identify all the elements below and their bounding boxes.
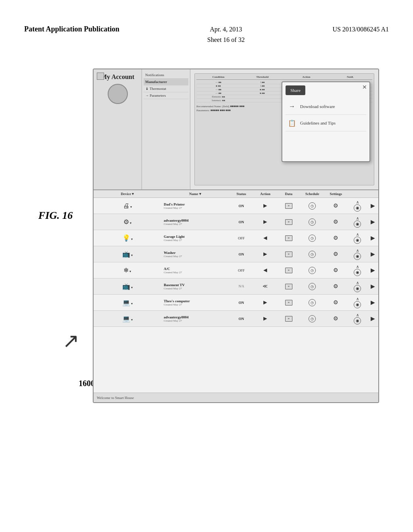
col-header-status[interactable]: Status — [229, 190, 254, 198]
chevron-up-icon[interactable]: ∧ — [356, 264, 359, 269]
right-arrow-cell[interactable]: ▶ — [367, 311, 378, 327]
nav-item-thermostat[interactable]: 🌡 Thermostat — [144, 85, 188, 92]
nav-item-notifications[interactable]: Notifications — [144, 72, 188, 79]
action-icon[interactable]: ▶ — [263, 251, 267, 257]
settings-icon[interactable]: ⚙ — [333, 315, 338, 322]
ui-toggle-button[interactable] — [97, 73, 104, 80]
device-dropdown-icon[interactable]: ▾ — [131, 286, 133, 289]
action-icon[interactable]: ◀ — [263, 235, 267, 241]
data-cell[interactable]: ≡ — [277, 230, 300, 246]
right-arrow-cell[interactable]: ▶ — [367, 214, 378, 230]
nav-item-parameters[interactable]: → Parameters — [144, 92, 188, 99]
data-icon[interactable]: ≡ — [285, 300, 292, 305]
action-cell[interactable]: ▶ — [254, 246, 277, 262]
settings-icon[interactable]: ⚙ — [333, 251, 338, 258]
circle-icon[interactable]: ◉ — [354, 253, 361, 260]
settings-cell[interactable]: ⚙ — [324, 278, 348, 295]
schedule-cell[interactable]: ◷ — [300, 295, 324, 311]
chevron-up-icon[interactable]: ∧ — [356, 281, 359, 285]
settings-icon[interactable]: ⚙ — [333, 235, 338, 241]
circle-icon[interactable]: ◉ — [354, 301, 361, 308]
settings-cell[interactable]: ⚙ — [324, 230, 348, 246]
right-arrow-cell[interactable]: ▶ — [367, 262, 378, 278]
device-dropdown-icon[interactable]: ▾ — [129, 270, 131, 273]
chevron-up-icon[interactable]: ∧ — [356, 248, 359, 253]
circle-icon[interactable]: ◉ — [354, 269, 361, 276]
share-button[interactable]: Share — [286, 85, 305, 95]
col-header-schedule[interactable]: Schedule — [300, 190, 324, 198]
guidelines-item[interactable]: 📋 Guidelines and Tips — [286, 115, 366, 131]
data-icon[interactable]: ≡ — [285, 203, 292, 209]
data-icon[interactable]: ≡ — [285, 235, 292, 241]
chevron-cell[interactable]: ∧ ◉ — [348, 295, 367, 311]
col-header-data[interactable]: Data — [277, 190, 300, 198]
schedule-icon[interactable]: ◷ — [309, 283, 316, 290]
chevron-cell[interactable]: ∧ ◉ — [348, 230, 367, 246]
schedule-icon[interactable]: ◷ — [309, 315, 316, 322]
right-arrow-cell[interactable]: ▶ — [367, 295, 378, 311]
schedule-cell[interactable]: ◷ — [300, 278, 324, 295]
action-cell[interactable]: ◀ — [254, 262, 277, 278]
circle-icon[interactable]: ◉ — [354, 317, 361, 324]
data-icon[interactable]: ≡ — [285, 219, 292, 225]
action-icon[interactable]: ▶ — [263, 203, 267, 208]
nav-item-manufacturer[interactable]: Manufacturer — [144, 79, 188, 85]
data-icon[interactable]: ≡ — [285, 251, 292, 257]
circle-icon[interactable]: ◉ — [354, 220, 361, 228]
download-software-item[interactable]: → Download software — [286, 98, 366, 115]
data-cell[interactable]: ≡ — [277, 198, 300, 214]
chevron-cell[interactable]: ∧ ◉ — [348, 311, 367, 327]
col-header-settings[interactable]: Settings — [324, 190, 348, 198]
settings-cell[interactable]: ⚙ — [324, 262, 348, 278]
device-dropdown-icon[interactable]: ▾ — [131, 254, 133, 257]
action-cell[interactable]: ▶ — [254, 214, 277, 230]
data-cell[interactable]: ≡ — [277, 295, 300, 311]
device-dropdown-icon[interactable]: ▾ — [131, 318, 133, 322]
right-arrow-cell[interactable]: ▶ — [367, 198, 378, 214]
circle-icon[interactable]: ◉ — [354, 285, 361, 292]
action-cell[interactable]: ▶ — [254, 198, 277, 214]
data-icon[interactable]: ≡ — [285, 316, 292, 322]
schedule-icon[interactable]: ◷ — [309, 267, 316, 274]
data-cell[interactable]: ≡ — [277, 246, 300, 262]
chevron-cell[interactable]: ∧ ◉ — [348, 214, 367, 230]
right-arrow-cell[interactable]: ▶ — [367, 278, 378, 295]
popup-close-button[interactable]: ✕ — [362, 84, 367, 91]
data-cell[interactable]: ≡ — [277, 262, 300, 278]
action-icon[interactable]: ≪ — [263, 283, 268, 289]
right-arrow-icon[interactable]: ▶ — [371, 316, 375, 322]
schedule-cell[interactable]: ◷ — [300, 198, 324, 214]
schedule-icon[interactable]: ◷ — [309, 218, 316, 226]
schedule-icon[interactable]: ◷ — [309, 299, 316, 306]
circle-icon[interactable]: ◉ — [354, 204, 361, 212]
device-dropdown-icon[interactable]: ▾ — [131, 302, 133, 305]
data-cell[interactable]: ≡ — [277, 214, 300, 230]
right-arrow-cell[interactable]: ▶ — [367, 246, 378, 262]
right-arrow-cell[interactable]: ▶ — [367, 230, 378, 246]
circle-icon[interactable]: ◉ — [354, 237, 361, 244]
col-header-name[interactable]: Name ▾ — [161, 190, 229, 198]
settings-icon[interactable]: ⚙ — [333, 283, 338, 290]
right-arrow-icon[interactable]: ▶ — [371, 203, 375, 209]
settings-cell[interactable]: ⚙ — [324, 295, 348, 311]
device-dropdown-icon[interactable]: ▾ — [131, 237, 133, 241]
action-cell[interactable]: ▶ — [254, 295, 277, 311]
data-cell[interactable]: ≡ — [277, 278, 300, 295]
settings-icon[interactable]: ⚙ — [333, 218, 338, 225]
action-cell[interactable]: ▶ — [254, 311, 277, 327]
right-arrow-icon[interactable]: ▶ — [371, 299, 375, 305]
chevron-cell[interactable]: ∧ ◉ — [348, 198, 367, 214]
chevron-up-icon[interactable]: ∧ — [356, 297, 359, 301]
right-arrow-icon[interactable]: ▶ — [371, 283, 375, 289]
schedule-cell[interactable]: ◷ — [300, 230, 324, 246]
settings-cell[interactable]: ⚙ — [324, 311, 348, 327]
chevron-cell[interactable]: ∧ ◉ — [348, 246, 367, 262]
schedule-icon[interactable]: ◷ — [309, 202, 316, 210]
chevron-up-icon[interactable]: ∧ — [356, 313, 359, 317]
settings-cell[interactable]: ⚙ — [324, 198, 348, 214]
settings-icon[interactable]: ⚙ — [333, 267, 338, 274]
schedule-cell[interactable]: ◷ — [300, 246, 324, 262]
chevron-up-icon[interactable]: ∧ — [356, 216, 359, 220]
schedule-cell[interactable]: ◷ — [300, 311, 324, 327]
chevron-cell[interactable]: ∧ ◉ — [348, 278, 367, 295]
